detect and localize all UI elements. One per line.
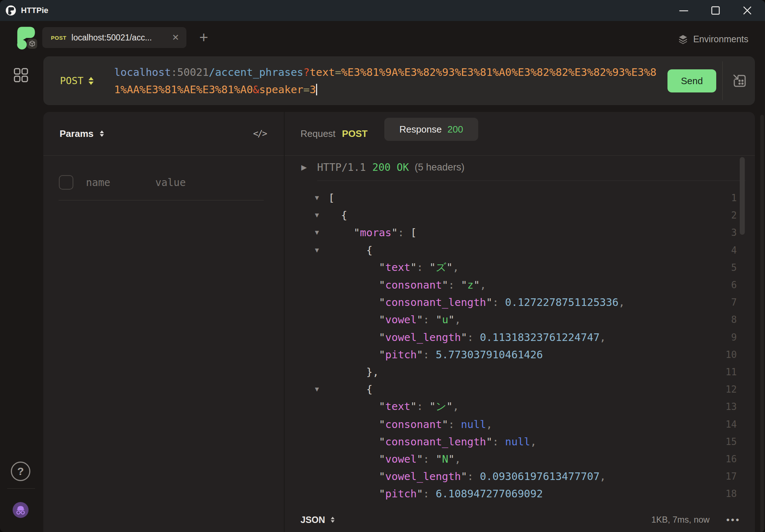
params-dropdown-icon	[100, 130, 104, 137]
request-bar: POST localhost:50021/accent_phrases?text…	[43, 56, 755, 105]
response-panel: Request POST Response 200 ▶ HTTP/1.1 200…	[285, 112, 755, 532]
json-code: "pitch": 6.108947277069092	[379, 488, 543, 500]
collapse-toggle-icon[interactable]: ▼	[314, 211, 320, 219]
json-code: "pitch": 5.773037910461426	[379, 349, 543, 361]
tab-request[interactable]: Request POST	[301, 123, 368, 144]
line-number: 13	[726, 401, 737, 412]
json-line: "consonant_length": null,15	[285, 433, 755, 450]
line-number: 1	[731, 193, 737, 203]
json-code: },	[366, 366, 379, 378]
method-selector[interactable]: POST	[60, 56, 94, 105]
maximize-button[interactable]	[710, 5, 721, 16]
json-line: "pitch": 6.10894727706909218	[285, 485, 755, 502]
minimize-button[interactable]	[678, 5, 689, 16]
send-button[interactable]: Send	[667, 69, 716, 92]
request-bar-divider	[722, 61, 723, 100]
headers-collapse-icon[interactable]: ▶	[301, 163, 307, 172]
response-meta: 1KB, 7ms, now	[651, 515, 709, 525]
param-value-input[interactable]: value	[155, 177, 186, 189]
window-scrollbar-track[interactable]	[760, 115, 764, 532]
environments-button[interactable]: Environments	[678, 32, 748, 46]
http-status: 200 OK	[372, 161, 409, 173]
code-view-icon[interactable]: </>	[253, 129, 267, 139]
collapse-toggle-icon[interactable]: ▼	[314, 385, 320, 393]
httpie-brand-icon[interactable]	[12, 24, 38, 50]
more-options-icon[interactable]: •••	[726, 514, 740, 525]
json-code: {	[366, 383, 372, 395]
line-number: 12	[726, 384, 737, 395]
format-selector[interactable]: JSON	[301, 515, 335, 525]
close-button[interactable]	[742, 5, 753, 16]
json-code: "vowel_length": 0.11318323761224747,	[379, 331, 606, 343]
tab-close-icon[interactable]: ✕	[172, 33, 179, 42]
sidebar-divider	[7, 488, 35, 489]
json-line: "consonant": "z",6	[285, 276, 755, 294]
json-line: "consonant_length": 0.1272278751125336,7	[285, 294, 755, 311]
json-line: "vowel_length": 0.11318323761224747,9	[285, 329, 755, 346]
title-bar: HTTPie	[0, 0, 765, 21]
params-panel: Params </> name value	[43, 112, 284, 532]
url-input[interactable]: localhost:50021/accent_phrases?text=%E3%…	[114, 64, 665, 98]
json-code: {	[366, 244, 372, 256]
format-label: JSON	[301, 515, 325, 525]
param-name-input[interactable]: name	[86, 177, 142, 189]
line-number: 11	[726, 367, 737, 377]
tab-response-label: Response	[399, 124, 442, 135]
collapse-toggle-icon[interactable]: ▼	[314, 194, 320, 202]
response-scrollbar[interactable]	[740, 157, 745, 235]
url-token: 3	[310, 83, 316, 96]
format-dropdown-icon	[331, 517, 335, 523]
line-number: 17	[726, 471, 737, 482]
json-line: "text": "ズ",5	[285, 259, 755, 276]
json-line: ▼"moras": [3	[285, 224, 755, 241]
url-token: /accent_phrases	[209, 66, 303, 78]
text-cursor	[316, 84, 317, 95]
line-number: 15	[726, 436, 737, 447]
line-number: 7	[731, 297, 737, 308]
dashboard-grid-icon[interactable]	[13, 67, 29, 83]
json-line: "vowel_length": 0.09306197613477707,17	[285, 468, 755, 485]
json-code: "consonant": "z",	[379, 279, 486, 291]
json-line: ▼{12	[285, 381, 755, 398]
json-code: "consonant_length": null,	[379, 436, 537, 448]
line-number: 6	[731, 280, 737, 290]
url-token: text	[310, 66, 335, 78]
json-line: ▼[1	[285, 189, 755, 207]
json-line: "vowel": "u",8	[285, 311, 755, 328]
http-status-line[interactable]: ▶ HTTP/1.1 200 OK (5 headers)	[285, 159, 755, 176]
line-number: 16	[726, 454, 737, 464]
line-number: 2	[731, 210, 737, 221]
line-number: 18	[726, 488, 737, 499]
collapse-panel-icon[interactable]	[731, 72, 748, 90]
response-body: ▼[1▼{2▼"moras": [3▼{4"text": "ズ",5"conso…	[285, 189, 755, 502]
json-code: "text": "ズ",	[379, 260, 459, 275]
url-token: :	[171, 66, 177, 78]
app-window: HTTPie POST localhost:50021/acc... ✕ +	[0, 0, 765, 532]
param-row-underline	[59, 200, 264, 200]
new-tab-button[interactable]: +	[196, 30, 211, 45]
param-checkbox[interactable]	[59, 175, 73, 190]
line-number: 8	[731, 314, 737, 325]
params-section-selector[interactable]: Params	[60, 128, 104, 139]
line-number: 5	[731, 262, 737, 273]
tab-response[interactable]: Response 200	[384, 118, 478, 141]
collapse-toggle-icon[interactable]: ▼	[314, 246, 320, 254]
json-code: "vowel_length": 0.09306197613477707,	[379, 470, 606, 483]
tab-response-status: 200	[448, 124, 463, 135]
collapse-toggle-icon[interactable]: ▼	[314, 229, 320, 237]
httpie-logo-icon	[5, 5, 17, 16]
help-icon[interactable]: ?	[11, 462, 30, 481]
request-tab[interactable]: POST localhost:50021/acc... ✕	[42, 27, 186, 48]
line-number: 3	[731, 227, 737, 238]
user-avatar[interactable]	[13, 502, 29, 518]
params-header-divider	[43, 155, 284, 156]
line-number: 9	[731, 332, 737, 343]
line-number: 4	[731, 245, 737, 256]
content-card: Params </> name value Request POST	[43, 112, 755, 532]
layers-icon	[678, 34, 688, 44]
json-code: "consonant": null,	[379, 418, 492, 431]
response-footer: JSON 1KB, 7ms, now •••	[285, 507, 755, 532]
url-token: localhost	[114, 66, 171, 78]
url-token: =	[335, 66, 341, 78]
param-row: name value	[59, 175, 186, 190]
